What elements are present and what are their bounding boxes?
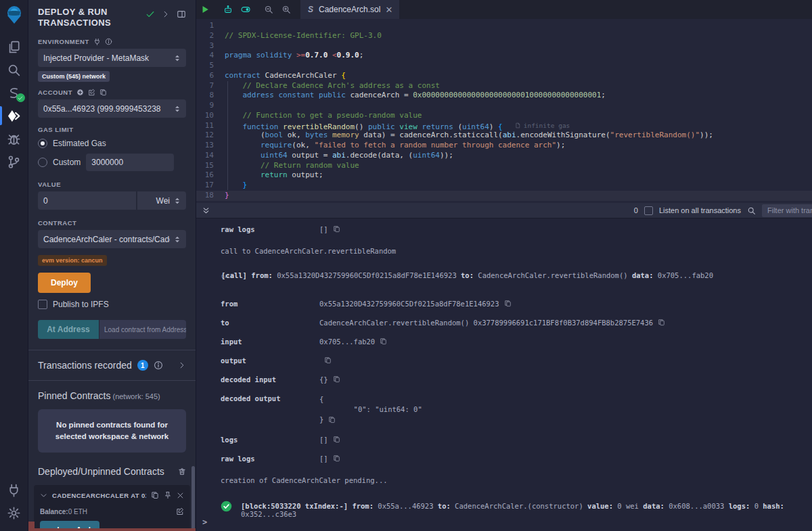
terminal-field-to[interactable]: toCadenceArchCaler.revertibleRandom() 0x…: [196, 319, 812, 327]
rail-item-git[interactable]: [0, 150, 28, 173]
listen-all-label: Listen on all transactions: [659, 206, 741, 214]
copy-icon[interactable]: [333, 455, 340, 462]
terminal-field-logs[interactable]: logs[]: [196, 436, 812, 444]
code-line[interactable]: 1: [196, 21, 812, 31]
zoom-out-icon[interactable]: [260, 0, 277, 19]
rail-item-file-explorer[interactable]: [0, 35, 28, 58]
copy-icon[interactable]: [333, 436, 340, 443]
code-line[interactable]: 8 address constant public cadenceArch = …: [196, 91, 812, 101]
copy-icon[interactable]: [504, 300, 512, 307]
rail-item-settings[interactable]: [0, 501, 28, 524]
code-line[interactable]: 6contract CadenceArchCaler {: [196, 71, 812, 81]
gas-limit-label: GAS LIMIT: [38, 126, 186, 133]
code-line[interactable]: 7 // Declare Cadence Arch's address as a…: [196, 81, 812, 91]
info-icon[interactable]: [105, 38, 112, 45]
edit-account-icon[interactable]: [88, 89, 95, 96]
chevron-right-icon[interactable]: [162, 10, 170, 18]
custom-gas-radio[interactable]: [38, 158, 47, 167]
value-unit-select[interactable]: Wei: [137, 191, 186, 210]
code-editor[interactable]: 12// SPDX-License-Identifier: GPL-3.034p…: [196, 19, 812, 203]
terminal-field-input[interactable]: input0x705...fab20: [196, 338, 812, 346]
estimated-gas-radio[interactable]: [38, 139, 47, 148]
info-icon[interactable]: [154, 361, 163, 370]
split-panel-icon[interactable]: [177, 9, 186, 19]
code-line[interactable]: 4pragma solidity >=0.7.0 <0.9.0;: [196, 51, 812, 61]
network-badge: Custom (545) network: [38, 71, 110, 82]
rail-item-debugger[interactable]: [0, 127, 28, 150]
deployed-contract-card: CADENCEARCHCALER AT 0X37789996691C171BF8…: [34, 485, 190, 531]
copy-account-icon[interactable]: [99, 89, 107, 96]
plug-icon[interactable]: [93, 38, 101, 45]
terminal-field-output[interactable]: output: [196, 356, 812, 365]
success-check-icon[interactable]: [221, 501, 232, 512]
terminal-message[interactable]: creation of CadenceArchCaler pending...: [196, 476, 812, 484]
at-address-input[interactable]: Load contract from Address: [99, 320, 186, 339]
custom-gas-input[interactable]: 3000000: [86, 154, 174, 171]
panel-scrollbar[interactable]: [191, 466, 195, 531]
terminal-field-raw-logs[interactable]: raw logs[]: [196, 225, 812, 233]
rail-item-deploy-and-run[interactable]: [0, 104, 28, 127]
chevron-right-icon[interactable]: [178, 361, 186, 369]
terminal-prompt[interactable]: >: [202, 517, 207, 527]
listen-all-checkbox[interactable]: [644, 206, 653, 215]
ai-assistant-icon[interactable]: [219, 0, 237, 19]
rail-item-search[interactable]: [0, 58, 28, 81]
copy-icon[interactable]: [380, 338, 387, 345]
call-log-line[interactable]: CALL[call] from: 0x55a1320D432759960C5Df…: [196, 271, 812, 279]
code-line[interactable]: 2// SPDX-License-Identifier: GPL-3.0: [196, 31, 812, 41]
code-line[interactable]: 9: [196, 101, 812, 111]
account-select[interactable]: 0x55a...46923 (999.9999453238: [38, 99, 186, 118]
terminal-field-decoded-input[interactable]: decoded input{}: [196, 375, 812, 384]
terminal-field-raw-logs[interactable]: raw logs[]: [196, 455, 812, 463]
terminal-filter-input[interactable]: [762, 204, 812, 217]
code-line[interactable]: 12 (bool ok, bytes memory data) = cadenc…: [196, 131, 812, 141]
code-line[interactable]: 3: [196, 41, 812, 51]
copy-icon[interactable]: [324, 356, 332, 364]
pin-icon[interactable]: [164, 491, 172, 499]
code-line[interactable]: 11 function revertibleRandom() public vi…: [196, 121, 812, 131]
copy-icon[interactable]: [333, 225, 340, 233]
copy-icon[interactable]: [658, 319, 665, 326]
deploy-button[interactable]: Deploy: [38, 273, 91, 293]
terminal-field-decoded-output[interactable]: decoded output{ "0": "uint64: 0"}: [196, 394, 812, 425]
terminal-message[interactable]: call to CadenceArchCaler.revertibleRando…: [196, 247, 812, 255]
zoom-in-icon[interactable]: [277, 0, 295, 19]
balance-row: Balance: 0 ETH: [40, 507, 184, 515]
trash-icon[interactable]: [178, 467, 186, 476]
chevron-down-icon[interactable]: [40, 492, 47, 499]
add-account-icon[interactable]: [76, 89, 84, 96]
code-text: // SPDX-License-Identifier: GPL-3.0: [225, 31, 382, 41]
code-line[interactable]: 10 // Function to get a pseudo-random va…: [196, 111, 812, 121]
contract-select[interactable]: CadenceArchCaler - contracts/CadenceArch…: [38, 230, 186, 248]
copy-icon[interactable]: [151, 491, 159, 499]
search-icon[interactable]: [747, 206, 756, 215]
copy-icon[interactable]: [328, 416, 336, 423]
code-line[interactable]: 15 // Return random value: [196, 161, 812, 171]
run-script-button[interactable]: [196, 0, 214, 19]
terminal-field-from[interactable]: from0x55a1320D432759960C5Df0215a8dF78e1E…: [196, 300, 812, 308]
rail-item-solidity-compiler[interactable]: [0, 81, 28, 104]
edit-icon[interactable]: [176, 507, 184, 515]
remix-logo-icon[interactable]: [5, 4, 24, 24]
code-line[interactable]: 13 require(ok, "failed to fetch a random…: [196, 141, 812, 151]
code-line[interactable]: 17 }: [196, 181, 812, 191]
tab-cadencearch-sol[interactable]: S CadenceArch.sol ✕: [300, 0, 399, 19]
value-input[interactable]: 0: [38, 191, 136, 210]
expand-terminal-icon[interactable]: [202, 206, 210, 215]
main-area: S CadenceArch.sol ✕ 12// SPDX-License-Id…: [196, 0, 812, 531]
copy-icon[interactable]: [333, 375, 340, 383]
code-line[interactable]: 18}: [196, 191, 812, 201]
at-address-button[interactable]: At Address: [38, 320, 99, 339]
code-line[interactable]: 14 uint64 output = abi.decode(data, (uin…: [196, 151, 812, 161]
transactions-recorded-row[interactable]: Transactions recorded 1: [38, 350, 186, 380]
copilot-toggle-icon[interactable]: [237, 0, 254, 19]
environment-select[interactable]: Injected Provider - MetaMask: [38, 49, 186, 67]
code-line[interactable]: 5: [196, 61, 812, 71]
terminal-output[interactable]: raw logs[]call to CadenceArchCaler.rever…: [196, 218, 812, 531]
rail-item-plugin-manager[interactable]: [0, 478, 28, 501]
close-icon[interactable]: [177, 492, 184, 499]
close-tab-icon[interactable]: ✕: [385, 5, 392, 14]
transaction-success-line[interactable]: [block:5033220 txIndex:-] from: 0x55a...…: [196, 502, 812, 518]
code-line[interactable]: 16 return output;: [196, 170, 812, 181]
publish-ipfs-checkbox[interactable]: [38, 300, 47, 309]
